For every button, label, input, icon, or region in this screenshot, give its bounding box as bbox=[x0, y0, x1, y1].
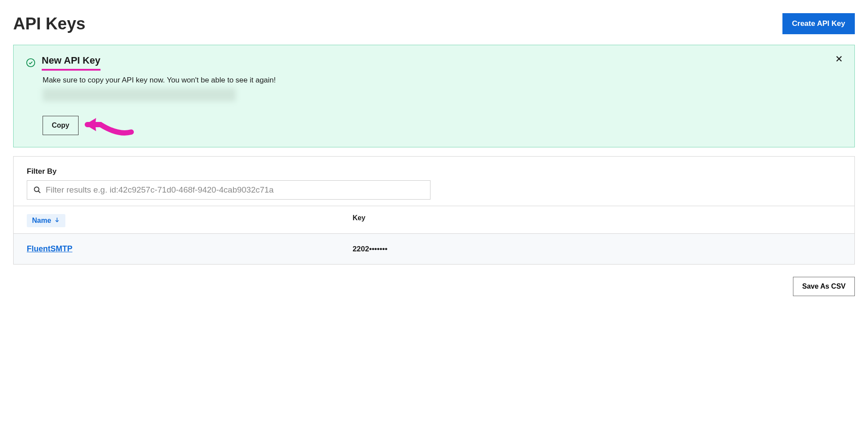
search-icon bbox=[33, 186, 41, 194]
column-header-key[interactable]: Key bbox=[352, 214, 365, 222]
new-api-key-alert: New API Key Make sure to copy your API k… bbox=[13, 45, 855, 147]
column-header-name-label: Name bbox=[32, 217, 51, 225]
filter-input[interactable] bbox=[46, 185, 424, 195]
arrow-down-icon bbox=[54, 217, 60, 225]
page-title: API Keys bbox=[13, 14, 86, 33]
svg-point-0 bbox=[27, 59, 35, 67]
table-row: FluentSMTP 2202••••••• bbox=[14, 233, 854, 264]
api-key-masked: 2202••••••• bbox=[352, 245, 841, 254]
alert-title: New API Key bbox=[42, 55, 100, 71]
alert-message: Make sure to copy your API key now. You … bbox=[43, 76, 842, 85]
filter-by-label: Filter By bbox=[27, 167, 841, 176]
api-key-name-link[interactable]: FluentSMTP bbox=[27, 244, 72, 253]
arrow-annotation-icon bbox=[83, 114, 136, 137]
api-keys-table: Filter By Name Key bbox=[13, 156, 855, 265]
check-circle-icon bbox=[26, 58, 36, 68]
copy-button[interactable]: Copy bbox=[43, 116, 79, 135]
svg-point-1 bbox=[34, 187, 39, 192]
api-key-value-redacted bbox=[43, 88, 236, 101]
column-header-name[interactable]: Name bbox=[27, 214, 65, 227]
table-header-row: Name Key bbox=[14, 206, 854, 233]
save-as-csv-button[interactable]: Save As CSV bbox=[793, 277, 855, 296]
create-api-key-button[interactable]: Create API Key bbox=[782, 13, 855, 34]
close-icon[interactable] bbox=[834, 54, 844, 65]
